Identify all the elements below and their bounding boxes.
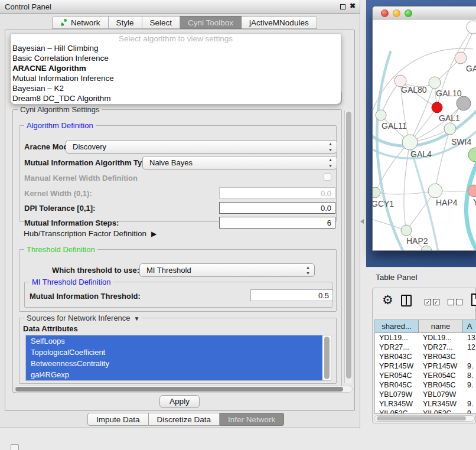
mi-type-select[interactable]: Naive Bayes ▲▼ [142,156,337,169]
apply-button[interactable]: Apply [159,395,200,408]
node-table[interactable]: shared...nameA YDL19...YDL19...13YDR27..… [374,319,476,414]
network-node[interactable] [401,225,412,236]
table-cell [463,352,476,361]
algorithm-dropdown-list: Select algorithm to view settings Bayesi… [10,34,341,105]
node-label-hap2: HAP2 [406,236,428,246]
mi-threshold-input[interactable]: 0.5 [250,289,333,301]
hub-definition-toggle[interactable]: Hub/Transcription Factor Definition▶ [24,229,157,238]
panel-collapse-arrow-icon[interactable] [360,219,364,224]
tab-jactivemnodules[interactable]: jActiveMNodules [242,16,317,29]
threshold-definition-title: Threshold Definition [24,245,97,254]
table-cell: YPR145W [419,361,463,371]
zoom-traffic-light-icon[interactable] [405,9,412,17]
mi-steps-input[interactable]: 6 [219,217,335,229]
attribute-item-topologicalcoefficient[interactable]: TopologicalCoefficient [26,347,322,358]
mi-type-label: Mutual Information Algorithm Type: [24,158,154,167]
data-attributes-list[interactable]: SelfLoopsTopologicalCoefficientBetweenne… [25,335,331,381]
close-traffic-light-icon[interactable] [381,9,389,17]
spinner-arrows-icon: ▲▼ [328,157,332,169]
algorithm-option-dream8-dc-tdc-algorithm[interactable]: Dream8 DC_TDC Algorithm [11,94,341,104]
network-node[interactable] [421,246,432,251]
table-row[interactable]: YPR145WYPR145W9. [375,361,476,371]
data-attributes-label: Data Attributes [23,324,78,333]
which-threshold-select[interactable]: MI Threshold ▲▼ [139,263,315,277]
table-cell: YBL079W [419,390,463,399]
network-node[interactable] [467,21,476,34]
table-row[interactable]: YIL052CYIL052C9. [375,409,476,414]
close-icon[interactable]: ✖ [350,2,356,10]
tab-select[interactable]: Select [142,16,181,29]
aracne-mode-select[interactable]: Discovery ▲▼ [66,140,337,154]
tab-style[interactable]: Style [109,16,142,29]
network-node[interactable] [444,123,456,135]
table-horizontal-scrollbar[interactable] [374,415,475,422]
settings-vertical-scrollbar[interactable] [344,110,352,383]
gear-icon[interactable]: ⚙ [382,293,393,307]
page-icon[interactable] [471,294,476,306]
table-row[interactable]: YBL079WYBL079W [375,390,476,399]
table-cell: YDL19... [375,333,419,343]
node-label-gal10: GAL10 [436,89,462,98]
tab-infer-network[interactable]: Infer Network [220,413,284,426]
tab-discretize-data[interactable]: Discretize Data [149,413,220,426]
table-row[interactable]: YDR27...YDR27...12 [375,343,476,352]
table-row[interactable]: YDL19...YDL19...13 [375,333,476,343]
table-row[interactable]: YBR043CYBR043C [375,352,476,361]
table-cell: 9. [463,399,476,409]
network-node[interactable] [432,102,442,113]
cyni-bottom-tabs: Impute DataDiscretize DataInfer Network [87,413,284,426]
network-node[interactable] [376,110,386,120]
network-node[interactable] [455,52,467,64]
algorithm-definition-title: Algorithm Definition [24,121,96,130]
checked-boxes-icon[interactable]: ✓✓ [425,299,439,305]
network-node[interactable] [468,148,476,162]
threshold-definition-group: Threshold Definition Which threshold to … [19,249,337,312]
split-columns-icon[interactable] [401,295,412,306]
table-row[interactable]: YER054CYER054C8. [375,371,476,380]
network-node[interactable] [402,135,418,150]
table-row[interactable]: YBR045CYBR045C9. [375,380,476,390]
mi-threshold-group-title: MI Threshold Definition [30,278,113,286]
mi-threshold-label: Mutual Information Threshold: [30,292,141,301]
manual-kernel-checkbox[interactable] [324,173,331,181]
table-cell: YIL052C [375,409,419,414]
network-node[interactable] [428,184,442,198]
table-cell: 12 [463,343,476,352]
restore-panel-icon[interactable] [11,444,19,450]
algorithm-option-aracne-algorithm[interactable]: ARACNE Algorithm [11,64,341,74]
control-panel-tabs: NetworkStyleSelectCyni ToolboxjActiveMNo… [52,16,317,29]
list-scrollbar[interactable] [324,337,330,379]
unchecked-boxes-icon[interactable] [448,299,462,305]
tab-cyni-toolbox[interactable]: Cyni Toolbox [180,16,242,29]
mi-threshold-group: MI Threshold Definition Mutual Informati… [24,282,332,308]
tab-label: Network [71,18,100,27]
column-header-shared[interactable]: shared... [375,320,419,333]
column-header-a[interactable]: A [463,320,476,333]
tab-network[interactable]: Network [52,16,109,29]
table-cell: YLR345W [375,399,419,409]
network-canvas[interactable]: GALGAL80GAL10GAL1GAL11SWI4GAL4GCY1HAP4YH… [373,19,476,251]
algorithm-option-basic-correlation-inference[interactable]: Basic Correlation Inference [11,54,341,64]
attribute-item-gal4rgexp[interactable]: gal4RGexp [26,369,322,380]
sources-group-title[interactable]: Sources for Network Inference▼ [24,314,142,322]
mi-steps-label: Mutual Information Steps: [24,219,119,227]
attribute-item-betweennesscentrality[interactable]: BetweennessCentrality [26,358,322,369]
tab-impute-data[interactable]: Impute Data [87,413,149,426]
network-node[interactable] [457,96,471,110]
table-panel-title: Table Panel [376,273,418,282]
algorithm-option-bayesian-k2[interactable]: Bayesian – K2 [11,84,341,94]
kernel-width-input[interactable]: 0.0 [219,187,335,199]
minimize-traffic-light-icon[interactable] [393,9,400,17]
table-row[interactable]: YLR345WYLR345W9. [375,399,476,409]
dpi-tolerance-input[interactable]: 0.0 [219,202,335,214]
node-label-gal11: GAL11 [382,121,407,131]
network-node[interactable] [429,77,441,89]
column-header-name[interactable]: name [419,320,463,333]
algorithm-option-mutual-information-inference[interactable]: Mutual Information Inference [11,74,341,84]
algorithm-option-bayesian-hill-climbing[interactable]: Bayesian – Hill Climbing [11,44,341,54]
network-node[interactable] [373,187,380,198]
attribute-item-selfloops[interactable]: SelfLoops [26,335,322,347]
float-window-icon[interactable] [340,4,345,9]
network-graph: GALGAL80GAL10GAL1GAL11SWI4GAL4GCY1HAP4YH… [373,19,476,251]
settings-horizontal-scrollbar[interactable] [14,386,353,393]
